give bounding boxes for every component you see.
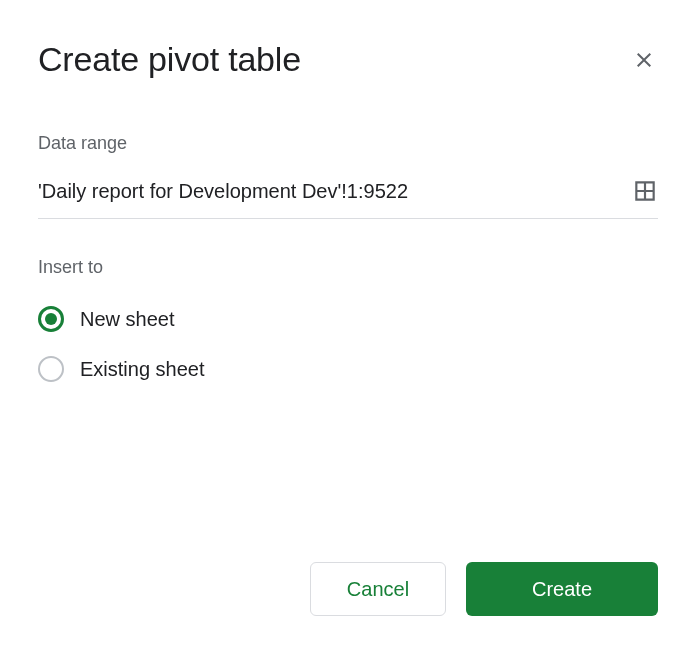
radio-existing-sheet[interactable]: Existing sheet	[38, 356, 658, 382]
radio-label: New sheet	[80, 308, 175, 331]
data-range-label: Data range	[38, 133, 658, 154]
dialog-title: Create pivot table	[38, 40, 301, 79]
dialog-footer: Cancel Create	[310, 562, 658, 616]
insert-to-label: Insert to	[38, 257, 658, 278]
select-range-button[interactable]	[632, 178, 658, 204]
create-pivot-table-dialog: Create pivot table Data range 'Daily rep…	[0, 0, 696, 446]
radio-button-icon	[38, 356, 64, 382]
close-button[interactable]	[630, 46, 658, 74]
close-icon	[632, 48, 656, 72]
cancel-button[interactable]: Cancel	[310, 562, 446, 616]
insert-to-radio-group: New sheet Existing sheet	[38, 306, 658, 382]
radio-new-sheet[interactable]: New sheet	[38, 306, 658, 332]
radio-button-icon	[38, 306, 64, 332]
dialog-header: Create pivot table	[38, 40, 658, 79]
radio-label: Existing sheet	[80, 358, 205, 381]
create-button[interactable]: Create	[466, 562, 658, 616]
grid-icon	[632, 178, 658, 204]
data-range-row: 'Daily report for Development Dev'!1:952…	[38, 178, 658, 219]
data-range-input[interactable]: 'Daily report for Development Dev'!1:952…	[38, 180, 408, 203]
